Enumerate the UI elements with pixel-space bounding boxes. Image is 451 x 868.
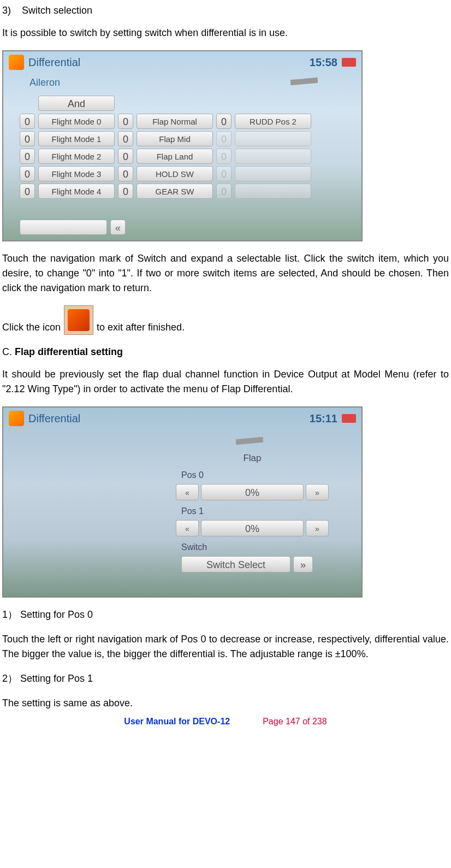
exit-icon-inner [68,309,90,331]
table-row: 0 Flight Mode 0 0 Flap Normal 0 RUDD Pos… [20,114,345,129]
screenshot-flap-differential: Differential 15:11 Flap Pos 0 « 0% » Pos… [2,406,363,598]
cell-label[interactable]: RUDD Pos 2 [235,114,311,129]
cell-value[interactable]: 0 [216,166,232,181]
pos1-value: 0% [201,520,304,536]
ss1-clock: 15:58 [310,54,337,70]
table-row: 0 Flight Mode 1 0 Flap Mid 0 [20,131,345,146]
cell-label[interactable] [235,131,311,146]
ss2-clock: 15:11 [310,410,337,427]
cell-label[interactable]: Flap Normal [137,114,213,129]
para-pos0: Touch the left or right navigation mark … [2,632,449,662]
flap-label: Flap [176,451,329,465]
click-icon-text-after: to exit after finished. [97,320,185,335]
cell-value[interactable]: 0 [118,184,133,199]
section-3-intro: It is possible to switch by setting swit… [2,26,449,40]
cell-value[interactable]: 0 [118,131,133,146]
ss1-grid: And 0 Flight Mode 0 0 Flap Normal 0 RUDD… [3,92,361,204]
expand-arrow-icon[interactable]: » [293,556,313,572]
cell-label[interactable] [235,149,311,164]
folder-icon [9,411,24,426]
cell-label[interactable]: Flight Mode 0 [38,114,115,129]
plane-icon [236,437,264,445]
folder-icon [9,55,24,70]
cell-value[interactable]: 0 [20,149,35,164]
back-arrow-icon[interactable]: « [110,220,126,235]
cell-label[interactable]: GEAR SW [137,184,213,199]
cell-label[interactable]: Flight Mode 3 [38,166,115,181]
switch-select-button[interactable]: Switch Select [181,556,290,572]
section-3-title: Switch selection [22,5,92,16]
and-button[interactable]: And [38,96,115,111]
ss2-title: Differential [28,410,310,427]
cell-value[interactable]: 0 [216,131,232,146]
cell-value[interactable]: 0 [20,166,35,181]
cell-value[interactable]: 0 [118,166,133,181]
pos1-label: Pos 1 [181,505,329,518]
section-3-num: 3) [2,5,11,16]
screenshot-switch-selection: Differential 15:58 Aileron And 0 Flight … [2,50,363,241]
switch-row: Switch Select » [176,556,329,572]
decrease-arrow-icon[interactable]: « [176,520,199,536]
cell-value[interactable]: 0 [20,114,35,129]
increase-arrow-icon[interactable]: » [306,520,329,536]
cell-value[interactable]: 0 [118,114,133,129]
cell-label[interactable]: Flap Mid [137,131,213,146]
ss2-controls: Flap Pos 0 « 0% » Pos 1 « 0% » Switch Sw… [176,451,329,572]
cell-label[interactable]: Flight Mode 4 [38,184,115,199]
section-c-title: Flap differential setting [15,346,123,357]
section-c-prefix: C. [2,346,15,357]
item-1-heading: 1） Setting for Pos 0 [2,607,449,622]
para-pos1: The setting is same as above. [2,696,449,711]
cell-value[interactable]: 0 [118,149,133,164]
switch-label: Switch [181,541,329,554]
section-c-intro: It should be previously set the flap dua… [2,367,449,397]
increase-arrow-icon[interactable]: » [306,484,329,500]
table-row: 0 Flight Mode 4 0 GEAR SW 0 [20,184,345,199]
ss1-header: Differential 15:58 [3,51,361,73]
cell-label[interactable] [235,184,311,199]
ss1-bottom-button[interactable] [20,220,107,235]
pos0-spinner: « 0% » [176,484,329,500]
footer-manual-title: User Manual for DEVO-12 [124,715,230,728]
cell-label[interactable]: Flight Mode 2 [38,149,115,164]
ss2-header: Differential 15:11 [3,408,361,429]
exit-icon [64,305,93,335]
table-row: 0 Flight Mode 3 0 HOLD SW 0 [20,166,345,181]
cell-value[interactable]: 0 [216,184,232,199]
table-row: 0 Flight Mode 2 0 Flap Land 0 [20,149,345,164]
cell-value[interactable]: 0 [20,131,35,146]
battery-icon [342,414,356,423]
cell-value[interactable]: 0 [216,114,232,129]
decrease-arrow-icon[interactable]: « [176,484,199,500]
cell-label[interactable] [235,166,311,181]
section-3-heading: 3) Switch selection [2,3,449,18]
footer-page-number: Page 147 of 238 [263,715,327,728]
page-footer: User Manual for DEVO-12 Page 147 of 238 [2,715,449,728]
click-icon-line: Click the icon to exit after finished. [2,305,449,335]
cell-label[interactable]: Flight Mode 1 [38,131,115,146]
item-2-heading: 2） Setting for Pos 1 [2,671,449,686]
battery-icon [342,58,356,67]
pos0-value: 0% [201,484,304,500]
cell-value[interactable]: 0 [20,184,35,199]
cell-label[interactable]: HOLD SW [137,166,213,181]
ss1-and-row: And [20,96,345,111]
para-touch-nav: Touch the navigation mark of Switch and … [2,251,449,296]
pos1-spinner: « 0% » [176,520,329,536]
cell-label[interactable]: Flap Land [137,149,213,164]
section-c-heading: C. Flap differential setting [2,345,449,359]
cell-value[interactable]: 0 [216,149,232,164]
click-icon-text-before: Click the icon [2,320,61,335]
ss1-title: Differential [28,54,310,70]
pos0-label: Pos 0 [181,469,329,482]
